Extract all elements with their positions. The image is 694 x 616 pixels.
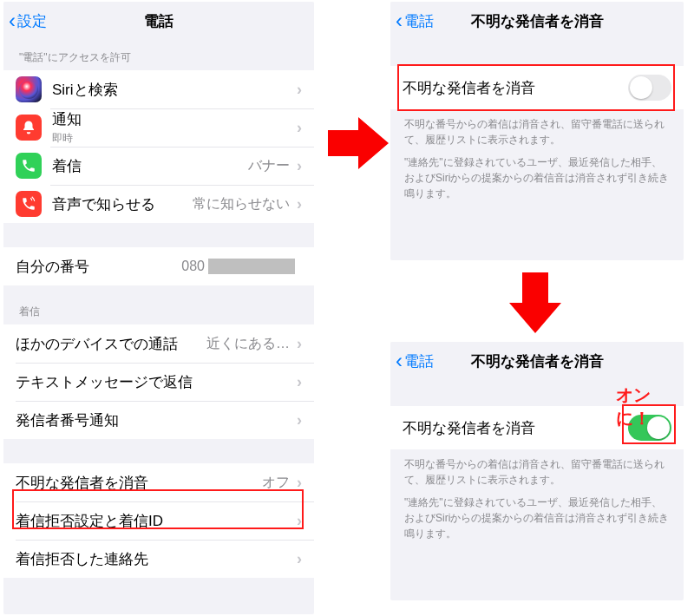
cell-label: 自分の番号	[16, 257, 181, 277]
cell-label: 発信者番号通知	[16, 410, 297, 430]
cell-label: テキストメッセージで返信	[16, 372, 297, 392]
phone-icon	[16, 153, 42, 179]
description-text-1: 不明な番号からの着信は消音され、留守番電話に送られて、履歴リストに表示されます。	[390, 109, 684, 147]
chevron-right-icon: ›	[297, 373, 302, 391]
chevron-left-icon: ‹	[9, 10, 16, 31]
block-group: 不明な発信者を消音 オフ › 着信拒否設定と着信ID › 着信拒否した連絡先 ›	[3, 463, 314, 578]
back-button[interactable]: ‹ 電話	[390, 351, 434, 371]
navbar: ‹ 設定 電話	[3, 2, 314, 40]
mynumber-group: 自分の番号 080	[3, 247, 314, 285]
cell-label: 不明な発信者を消音	[16, 473, 262, 493]
back-label: 電話	[404, 351, 434, 371]
calls-on-other-devices-cell[interactable]: ほかのデバイスでの通話 近くにある… ›	[3, 324, 314, 363]
description-text-2: "連絡先"に登録されているユーザ、最近発信した相手、およびSiriからの提案から…	[390, 147, 684, 201]
cell-value: オフ	[262, 474, 290, 492]
back-button[interactable]: ‹ 電話	[390, 10, 434, 31]
svg-marker-1	[509, 272, 561, 333]
page-title: 不明な発信者を消音	[390, 351, 684, 371]
cell-label: ほかのデバイスでの通話	[16, 334, 206, 354]
siri-search-cell[interactable]: Siriと検索 ›	[3, 70, 314, 108]
chevron-right-icon: ›	[297, 195, 302, 213]
notifications-cell[interactable]: 通知 即時 ›	[3, 108, 314, 147]
redacted-mask	[208, 259, 295, 274]
cell-value: 近くにある…	[206, 335, 290, 353]
section-header-incoming: 着信	[3, 285, 314, 324]
cell-label: 着信拒否設定と着信ID	[16, 511, 297, 531]
cell-label: 着信	[52, 156, 248, 176]
cell-value: 常に知らせない	[193, 195, 290, 213]
caller-id-cell[interactable]: 発信者番号通知 ›	[3, 401, 314, 439]
cell-label: 通知	[52, 109, 297, 129]
page-title: 不明な発信者を消音	[390, 11, 684, 31]
page-title: 電話	[3, 11, 314, 31]
silence-unknown-screen-on: ‹ 電話 不明な発信者を消音 不明な発信者を消音 不明な番号からの着信は消音され…	[390, 342, 684, 600]
description-text-2: "連絡先"に登録されているユーザ、最近発信した相手、およびSiriからの提案から…	[390, 488, 684, 541]
navbar: ‹ 電話 不明な発信者を消音	[390, 342, 684, 380]
back-button[interactable]: ‹ 設定	[3, 10, 47, 31]
announce-calls-cell[interactable]: 音声で知らせる 常に知らせない ›	[3, 185, 314, 223]
blocked-contacts-cell[interactable]: 着信拒否した連絡先 ›	[3, 540, 314, 578]
announce-icon	[16, 191, 42, 217]
access-group: Siriと検索 › 通知 即時 › 着信 バナー › 音声で知らせる	[3, 70, 314, 223]
arrow-down-icon	[505, 272, 566, 333]
chevron-right-icon: ›	[297, 335, 302, 353]
incoming-calls-cell[interactable]: 着信 バナー ›	[3, 147, 314, 185]
cell-sublabel: 即時	[52, 131, 297, 146]
description-text-1: 不明な番号からの着信は消音され、留守番電話に送られて、履歴リストに表示されます。	[390, 449, 684, 488]
chevron-right-icon: ›	[297, 550, 302, 568]
svg-marker-0	[328, 117, 389, 169]
chevron-left-icon: ‹	[396, 351, 403, 371]
chevron-right-icon: ›	[297, 512, 302, 530]
chevron-left-icon: ‹	[396, 10, 403, 31]
annotation-callout: オンに！	[616, 383, 684, 430]
section-header-access: "電話"にアクセスを許可	[3, 40, 314, 70]
cell-label: 音声で知らせる	[52, 194, 193, 214]
navbar: ‹ 電話 不明な発信者を消音	[390, 2, 684, 40]
chevron-right-icon: ›	[297, 411, 302, 429]
chevron-right-icon: ›	[297, 157, 302, 175]
cell-value: バナー	[248, 157, 290, 175]
siri-icon	[16, 76, 42, 102]
back-label: 設定	[17, 11, 47, 31]
cell-label: 着信拒否した連絡先	[16, 549, 297, 569]
silence-unknown-callers-cell[interactable]: 不明な発信者を消音 オフ ›	[3, 463, 314, 501]
cell-value: 080	[181, 259, 295, 275]
phone-settings-screen: ‹ 設定 電話 "電話"にアクセスを許可 Siriと検索 › 通知 即時 › 着…	[3, 2, 314, 614]
notification-icon	[16, 115, 42, 141]
silence-unknown-screen-off: ‹ 電話 不明な発信者を消音 不明な発信者を消音 不明な番号からの着信は消音され…	[390, 2, 684, 260]
back-label: 電話	[404, 11, 434, 31]
incoming-group: ほかのデバイスでの通話 近くにある… › テキストメッセージで返信 › 発信者番…	[3, 324, 314, 439]
silence-unknown-toggle[interactable]	[628, 75, 671, 101]
arrow-right-icon	[328, 113, 389, 174]
chevron-right-icon: ›	[297, 81, 302, 99]
silence-unknown-toggle-row: 不明な発信者を消音	[390, 66, 684, 109]
chevron-right-icon: ›	[297, 474, 302, 492]
respond-with-text-cell[interactable]: テキストメッセージで返信 ›	[3, 363, 314, 401]
my-number-cell[interactable]: 自分の番号 080	[3, 247, 314, 285]
call-blocking-id-cell[interactable]: 着信拒否設定と着信ID ›	[3, 501, 314, 540]
cell-label: Siriと検索	[52, 80, 297, 100]
toggle-group: 不明な発信者を消音	[390, 66, 684, 109]
cell-label: 不明な発信者を消音	[403, 418, 628, 438]
cell-label: 不明な発信者を消音	[403, 78, 628, 98]
chevron-right-icon: ›	[297, 119, 302, 137]
